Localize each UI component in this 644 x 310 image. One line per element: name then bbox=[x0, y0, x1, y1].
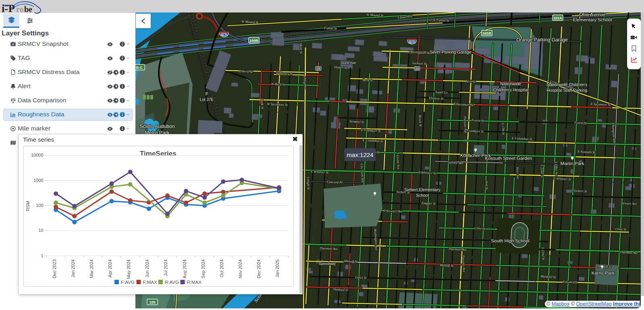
svg-text:Cline St: Cline St bbox=[474, 226, 485, 230]
svg-text:Nationwide Children's: Nationwide Children's bbox=[546, 82, 587, 87]
svg-text:F:MAX: F:MAX bbox=[143, 280, 157, 285]
svg-text:Stone Ave: Stone Ave bbox=[341, 61, 356, 65]
svg-text:Zimpfer St: Zimpfer St bbox=[421, 201, 436, 206]
svg-text:Mithoff St: Mithoff St bbox=[343, 259, 358, 264]
svg-text:Siebert St: Siebert St bbox=[574, 188, 588, 193]
svg-text:Liberty St: Liberty St bbox=[239, 69, 253, 74]
svg-text:Mithoff St: Mithoff St bbox=[439, 263, 454, 268]
svg-text:Stewart Ave: Stewart Ave bbox=[621, 201, 637, 206]
svg-text:Fulton St: Fulton St bbox=[324, 26, 337, 31]
svg-text:70-71: 70-71 bbox=[408, 41, 415, 44]
svg-text:101B: 101B bbox=[482, 31, 491, 35]
svg-text:10: 10 bbox=[38, 228, 43, 233]
svg-text:Lot 37E: Lot 37E bbox=[200, 97, 214, 102]
svg-text:W Beck St: W Beck St bbox=[271, 82, 286, 87]
svg-text:23: 23 bbox=[415, 67, 419, 70]
svg-text:Jun 2024: Jun 2024 bbox=[145, 259, 150, 277]
svg-text:R:AVG: R:AVG bbox=[165, 280, 179, 285]
svg-text:100: 100 bbox=[36, 203, 43, 208]
svg-text:Hoster St: Hoster St bbox=[334, 65, 347, 70]
svg-text:1000: 1000 bbox=[33, 178, 43, 183]
svg-text:Kossuth Street Garden: Kossuth Street Garden bbox=[485, 156, 532, 161]
svg-text:23: 23 bbox=[317, 67, 320, 70]
svg-text:South Ln: South Ln bbox=[435, 90, 448, 95]
svg-text:S Ohio Ave: S Ohio Ave bbox=[554, 161, 559, 177]
svg-text:S 22nd St: S 22nd St bbox=[541, 247, 546, 260]
svg-text:Nationwide: Nationwide bbox=[500, 81, 521, 86]
svg-text:RSM: RSM bbox=[25, 201, 30, 211]
svg-text:be: be bbox=[24, 5, 32, 14]
svg-text:Manford St: Manford St bbox=[540, 274, 556, 279]
svg-text:Beck St: Beck St bbox=[465, 79, 476, 83]
svg-text:Stimmel St: Stimmel St bbox=[349, 119, 364, 124]
svg-text:Bank St: Bank St bbox=[260, 98, 264, 109]
svg-text:Jan 2025: Jan 2025 bbox=[275, 259, 280, 277]
svg-text:101A: 101A bbox=[553, 16, 562, 20]
svg-text:Dec 2024: Dec 2024 bbox=[256, 259, 261, 278]
svg-text:Short St: Short St bbox=[299, 43, 303, 54]
svg-text:Apr 2024: Apr 2024 bbox=[108, 259, 112, 277]
svg-text:R:MAX: R:MAX bbox=[187, 280, 202, 285]
svg-text:Karns Park: Karns Park bbox=[592, 271, 615, 275]
svg-text:School: School bbox=[416, 193, 429, 198]
svg-text:i-P: i-P bbox=[2, 2, 15, 14]
svg-text:Aug 2024: Aug 2024 bbox=[182, 259, 187, 278]
svg-text:Orange Parking Garage: Orange Parking Garage bbox=[516, 37, 568, 43]
svg-text:S High St: S High St bbox=[306, 177, 311, 190]
svg-text:Oct 2024: Oct 2024 bbox=[219, 259, 224, 277]
svg-text:Ann St: Ann St bbox=[484, 180, 489, 190]
svg-text:Elsmere St: Elsmere St bbox=[428, 96, 444, 101]
svg-text:10000: 10000 bbox=[31, 153, 44, 157]
svg-text:70-71: 70-71 bbox=[220, 34, 228, 37]
svg-text:Stanley Ave: Stanley Ave bbox=[447, 160, 463, 165]
svg-text:Sep 2024: Sep 2024 bbox=[201, 259, 206, 278]
svg-text:Dec 2023: Dec 2023 bbox=[52, 259, 57, 278]
svg-text:Gates St: Gates St bbox=[355, 275, 367, 280]
svg-text:P: P bbox=[206, 92, 208, 96]
svg-text:-B-C: -B-C bbox=[135, 66, 143, 70]
svg-text:Martin Park: Martin Park bbox=[561, 161, 584, 166]
svg-text:Jul 2024: Jul 2024 bbox=[164, 259, 168, 276]
svg-text:Elementary School: Elementary School bbox=[573, 17, 612, 22]
svg-text:F:AVG: F:AVG bbox=[121, 280, 135, 285]
svg-text:Hospital Staff Parking: Hospital Staff Parking bbox=[547, 88, 588, 93]
svg-text:Jackson St: Jackson St bbox=[412, 61, 427, 66]
svg-text:E Gates St: E Gates St bbox=[563, 279, 578, 284]
svg-text:ro: ro bbox=[16, 5, 24, 14]
svg-text:Forest St: Forest St bbox=[471, 118, 484, 123]
svg-text:Heyl Ave: Heyl Ave bbox=[515, 166, 520, 179]
svg-text:South High School: South High School bbox=[491, 238, 529, 243]
svg-text:Beck St: Beck St bbox=[362, 78, 373, 82]
svg-text:E Fulton St: E Fulton St bbox=[433, 18, 450, 23]
svg-text:Siebert Elementary: Siebert Elementary bbox=[404, 187, 440, 192]
svg-text:105: 105 bbox=[149, 300, 155, 304]
svg-text:100B: 100B bbox=[249, 39, 258, 43]
svg-text:S 17th St: S 17th St bbox=[501, 122, 506, 135]
svg-text:Bruck St: Bruck St bbox=[418, 115, 423, 127]
svg-text:Forest St: Forest St bbox=[574, 120, 587, 125]
svg-text:Cline St: Cline St bbox=[615, 227, 626, 231]
svg-text:Mar 2024: Mar 2024 bbox=[89, 259, 94, 278]
svg-text:Silver Parking Garage: Silver Parking Garage bbox=[430, 50, 472, 54]
svg-text:Speedway: Speedway bbox=[319, 262, 336, 266]
svg-text:Jan 2024: Jan 2024 bbox=[71, 259, 75, 277]
svg-text:Mithoff St: Mithoff St bbox=[597, 264, 612, 269]
svg-text:Ohio Avenue: Ohio Avenue bbox=[579, 12, 606, 17]
svg-text:Children's Hospital: Children's Hospital bbox=[493, 87, 528, 92]
svg-text:Hanford St: Hanford St bbox=[332, 287, 348, 292]
svg-text:May 2024: May 2024 bbox=[126, 259, 131, 279]
svg-text:Concord Pl: Concord Pl bbox=[326, 180, 343, 184]
svg-text:1: 1 bbox=[41, 253, 43, 258]
svg-text:S 22nd St: S 22nd St bbox=[540, 165, 544, 178]
svg-text:Nov 2024: Nov 2024 bbox=[238, 259, 243, 278]
svg-text:S High St: S High St bbox=[303, 76, 307, 89]
svg-text:Scioto Audubon: Scioto Audubon bbox=[139, 124, 175, 129]
